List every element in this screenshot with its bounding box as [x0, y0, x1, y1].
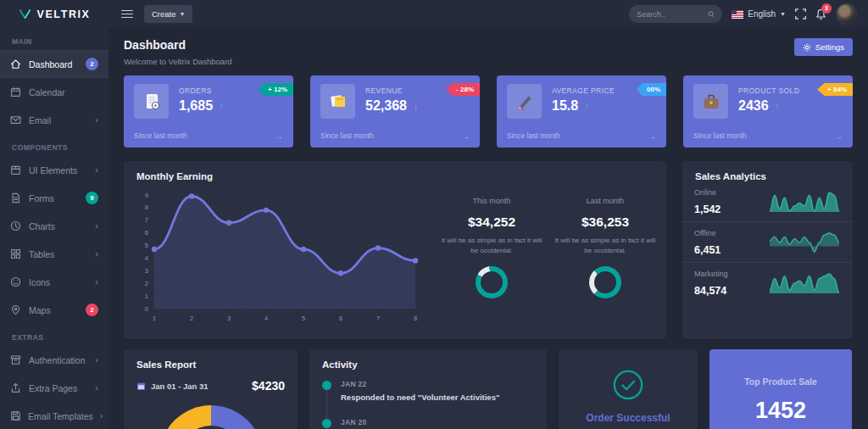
veltrix-dashboard-app: VELTRIX MAINDashboard2CalendarEmail›COMP… [0, 0, 868, 429]
us-flag-icon [732, 10, 743, 19]
sidebar-item-label: Calendar [29, 87, 98, 98]
sidebar-item-email-templates[interactable]: Email Templates› [0, 402, 108, 429]
sidebar-badge: 2 [86, 304, 98, 316]
brand-logo[interactable]: VELTRIX [0, 0, 108, 28]
sidebar-item-dashboard[interactable]: Dashboard2 [0, 50, 108, 78]
chevron-right-icon: › [95, 277, 98, 287]
sidebar-item-ui-elements[interactable]: UI Elements› [0, 156, 108, 184]
veltrix-logo-icon [18, 8, 32, 20]
sidebar-section-label-main: MAIN [0, 28, 108, 50]
sidebar-item-extra-pages[interactable]: Extra Pages› [0, 374, 108, 402]
menu-toggle-icon[interactable] [120, 7, 135, 22]
stat-card-product-sold: PRODUCT SOLD2436↑+ 84%Since last month→ [683, 75, 853, 148]
stat-card-revenue: REVENUE52,368↓- 28%Since last month→ [310, 75, 480, 148]
arrow-up-icon: ↑ [219, 100, 224, 112]
timeline-dot-icon [322, 419, 331, 428]
sidebar-item-forms[interactable]: Forms9 [0, 184, 108, 212]
fullscreen-icon[interactable] [795, 8, 806, 20]
svg-text:0: 0 [145, 305, 148, 313]
sales-report-card: Sales Report Jan 01 - Jan 31 $4230 [124, 349, 298, 429]
page-content: Dashboard Welcome to Veltrix Dashboard S… [108, 28, 868, 429]
sidebar-item-maps[interactable]: Maps2 [0, 296, 108, 324]
svg-text:9: 9 [145, 192, 148, 199]
svg-text:3: 3 [145, 267, 148, 275]
chevron-right-icon: › [95, 383, 98, 393]
sidebar-section-label-extras: EXTRAS [0, 324, 108, 346]
arrow-right-icon[interactable]: → [648, 131, 656, 141]
top-product-card: Top Product Sale 1452 Computer [709, 349, 852, 429]
svg-text:5: 5 [302, 315, 305, 322]
sidebar-item-calendar[interactable]: Calendar [0, 78, 108, 106]
svg-text:1: 1 [153, 315, 156, 322]
sales-report-date-range: Jan 01 - Jan 31 [151, 382, 209, 391]
user-avatar[interactable] [836, 3, 857, 25]
stat-card-orders: ORDERS1,685↑+ 12%Since last month→ [124, 75, 293, 148]
search-box[interactable] [629, 5, 722, 23]
timeline-dot-icon [322, 381, 331, 390]
analytics-row-offline: Offline6,451 [682, 221, 853, 262]
order-successful-title: Order Successful [559, 412, 698, 424]
trend-ribbon: 00% [637, 83, 666, 96]
grid-icon [10, 248, 22, 259]
calendar-icon [10, 86, 22, 98]
sales-report-donut-chart [159, 405, 263, 429]
language-selector[interactable]: English ▼ [732, 9, 786, 19]
sparkline-marketing [768, 271, 841, 295]
sidebar-item-charts[interactable]: Charts› [0, 212, 108, 240]
arrow-up-icon: ↑ [775, 100, 780, 112]
activity-title: Activity [309, 349, 547, 370]
analytics-value: 1,542 [694, 203, 721, 215]
sparkline-offline [768, 231, 841, 254]
sidebar-item-tables[interactable]: Tables› [0, 240, 108, 268]
notifications-bell[interactable]: 3 [815, 8, 826, 20]
stat-card-footer-label: Since last month [507, 131, 560, 141]
sidebar-item-email[interactable]: Email› [0, 106, 108, 134]
stat-card-title: ORDERS [179, 86, 224, 95]
analytics-value: 84,574 [694, 285, 728, 297]
sidebar-nav: MAINDashboard2CalendarEmail›COMPONENTSUI… [0, 28, 108, 429]
svg-text:3: 3 [227, 315, 231, 322]
analytics-label: Online [694, 188, 721, 197]
search-input[interactable] [637, 10, 704, 19]
top-product-value: 1452 [709, 398, 852, 424]
top-product-title: Top Product Sale [709, 376, 852, 387]
svg-text:1: 1 [145, 292, 148, 300]
clock-icon [10, 220, 22, 231]
notification-count-badge: 3 [821, 3, 832, 14]
activity-date: JAN 20 [341, 418, 547, 426]
smiley-icon [10, 276, 22, 287]
settings-button[interactable]: Settings [794, 38, 853, 56]
gear-icon [803, 43, 811, 52]
chevron-right-icon: › [95, 115, 98, 125]
caret-down-icon: ▼ [780, 11, 786, 17]
stat-card-average-price: AVERAGE PRICE15.8↑00%Since last month→ [497, 75, 666, 148]
sidebar-item-label: Maps [29, 305, 79, 315]
monthly-earning-chart: 012345678912345678 [132, 185, 427, 334]
export-icon [10, 382, 22, 393]
package-icon [10, 164, 22, 176]
stat-card-footer-label: Since last month [693, 131, 747, 141]
svg-text:8: 8 [145, 203, 148, 211]
stat-card-value: 2436↑ [738, 98, 799, 114]
svg-text:4: 4 [145, 254, 148, 262]
svg-text:6: 6 [339, 315, 342, 322]
create-button[interactable]: Create▼ [144, 5, 192, 23]
svg-text:5: 5 [145, 242, 148, 249]
sidebar-item-icons[interactable]: Icons› [0, 268, 108, 296]
arrow-right-icon[interactable]: → [275, 131, 283, 141]
sidebar-section-label-components: COMPONENTS [0, 134, 108, 156]
arrow-up-icon: ↑ [584, 100, 589, 112]
arrow-right-icon[interactable]: → [461, 131, 470, 141]
trend-ribbon: - 28% [446, 83, 480, 96]
arrow-right-icon[interactable]: → [834, 131, 843, 141]
stat-cards-row: ORDERS1,685↑+ 12%Since last month→REVENU… [124, 75, 853, 148]
sidebar-item-authentication[interactable]: Authentication› [0, 346, 108, 374]
sidebar-badge: 2 [86, 58, 98, 70]
sidebar-item-label: Tables [29, 249, 88, 259]
notes-icon [320, 84, 355, 119]
svg-text:8: 8 [414, 315, 417, 322]
chevron-right-icon: › [100, 411, 103, 421]
last-month-donut-chart [589, 266, 621, 298]
sidebar-item-label: Charts [29, 221, 88, 231]
page-subtitle: Welcome to Veltrix Dashboard [124, 57, 232, 66]
